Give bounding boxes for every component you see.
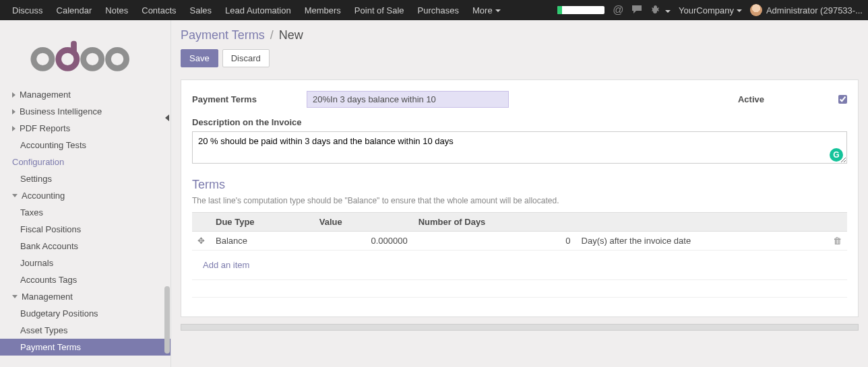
- active-checkbox[interactable]: [838, 95, 847, 104]
- menu-contacts[interactable]: Contacts: [135, 1, 183, 20]
- cell-value[interactable]: 0.000000: [314, 232, 413, 251]
- breadcrumb-current: New: [279, 28, 303, 42]
- sidebar-item-bank-accounts[interactable]: Bank Accounts: [0, 238, 170, 255]
- delete-row-icon[interactable]: 🗑: [833, 236, 842, 246]
- menu-discuss[interactable]: Discuss: [5, 1, 50, 20]
- navbar-right: @ YourCompany Administrator (297533-...: [557, 4, 863, 16]
- payment-terms-label: Payment Terms: [192, 94, 286, 104]
- form-actions: Save Discard: [181, 49, 859, 67]
- sidebar-item-pdf-reports[interactable]: PDF Reports: [0, 120, 170, 137]
- cell-due-type[interactable]: Balance: [210, 232, 314, 251]
- svg-point-3: [84, 50, 102, 68]
- sidebar-menu: Management Business Intelligence PDF Rep…: [0, 86, 170, 356]
- caret-down-icon: [665, 10, 671, 13]
- sidebar-item-payment-terms[interactable]: Payment Terms: [0, 339, 170, 356]
- svg-point-0: [34, 50, 52, 68]
- implementation-progress[interactable]: [557, 6, 604, 14]
- sidebar-item-journals[interactable]: Journals: [0, 255, 170, 271]
- caret-down-icon: [737, 9, 742, 12]
- cell-option[interactable]: Day(s) after the invoice date: [576, 232, 828, 251]
- expand-icon: [12, 92, 16, 98]
- col-value: Value: [314, 213, 413, 232]
- drag-handle-icon[interactable]: ✥: [197, 236, 205, 246]
- menu-notes[interactable]: Notes: [98, 1, 135, 20]
- sidebar-collapse-icon[interactable]: [165, 114, 169, 121]
- menu-more[interactable]: More: [466, 1, 507, 20]
- sidebar-item-accounting[interactable]: Accounting: [0, 187, 170, 204]
- sidebar-item-fiscal-positions[interactable]: Fiscal Positions: [0, 221, 170, 238]
- menu-point-of-sale[interactable]: Point of Sale: [348, 1, 411, 20]
- sidebar-scrollbar[interactable]: [164, 286, 170, 354]
- menu-lead-automation[interactable]: Lead Automation: [218, 1, 298, 20]
- expand-icon: [12, 126, 16, 131]
- sidebar-item-management[interactable]: Management: [0, 86, 170, 103]
- description-label: Description on the Invoice: [192, 117, 847, 127]
- caret-down-icon: [495, 9, 501, 12]
- table-row[interactable]: ✥ Balance 0.000000 0 Day(s) after the in…: [192, 232, 847, 251]
- terms-help-text: The last line's computation type should …: [192, 196, 847, 205]
- breadcrumb: Payment Terms / New: [181, 28, 859, 42]
- user-name: Administrator (297533-...: [766, 5, 863, 15]
- payment-terms-input[interactable]: [307, 91, 509, 108]
- sidebar-item-accounts-tags[interactable]: Accounts Tags: [0, 271, 170, 288]
- col-due-type: Due Type: [210, 213, 314, 232]
- col-num-days: Number of Days: [413, 213, 576, 232]
- add-item-link[interactable]: Add an item: [197, 255, 255, 275]
- odoo-logo-icon: [30, 39, 141, 73]
- sidebar-item-budgetary-positions[interactable]: Budgetary Positions: [0, 305, 170, 322]
- sidebar-item-business-intelligence[interactable]: Business Intelligence: [0, 103, 170, 120]
- menu-sales[interactable]: Sales: [183, 1, 219, 20]
- description-textarea[interactable]: [192, 131, 847, 164]
- form-sheet: Payment Terms Active Description on the …: [181, 79, 859, 317]
- top-navbar: Discuss Calendar Notes Contacts Sales Le…: [0, 0, 868, 20]
- company-switcher[interactable]: YourCompany: [679, 5, 742, 15]
- sidebar-item-settings[interactable]: Settings: [0, 170, 170, 187]
- sidebar-section-configuration: Configuration: [0, 154, 170, 170]
- brand-logo: [0, 20, 170, 86]
- terms-section-title: Terms: [192, 178, 847, 192]
- grammarly-icon[interactable]: G: [830, 148, 843, 162]
- save-button[interactable]: Save: [181, 49, 218, 67]
- collapse-icon: [12, 295, 18, 298]
- breadcrumb-root[interactable]: Payment Terms: [181, 28, 265, 42]
- cell-num-days[interactable]: 0: [413, 232, 576, 251]
- svg-point-4: [108, 50, 126, 68]
- menu-calendar[interactable]: Calendar: [50, 1, 99, 20]
- sidebar: Management Business Intelligence PDF Rep…: [0, 20, 171, 367]
- main-menu: Discuss Calendar Notes Contacts Sales Le…: [5, 1, 507, 20]
- user-menu[interactable]: Administrator (297533-...: [750, 4, 863, 16]
- svg-rect-2: [71, 41, 77, 55]
- discard-button[interactable]: Discard: [222, 49, 270, 67]
- sidebar-item-asset-types[interactable]: Asset Types: [0, 322, 170, 339]
- terms-table: Due Type Value Number of Days ✥ Balance …: [192, 212, 847, 298]
- debug-icon[interactable]: [650, 5, 671, 16]
- active-label: Active: [738, 94, 764, 104]
- status-bar: [181, 324, 859, 331]
- sidebar-item-management-2[interactable]: Management: [0, 288, 170, 305]
- menu-purchases[interactable]: Purchases: [411, 1, 466, 20]
- expand-icon: [12, 109, 16, 114]
- at-mention-icon[interactable]: @: [613, 4, 623, 16]
- sidebar-item-taxes[interactable]: Taxes: [0, 204, 170, 221]
- menu-members[interactable]: Members: [298, 1, 348, 20]
- main-content: Payment Terms / New Save Discard Payment…: [171, 20, 868, 367]
- breadcrumb-separator: /: [270, 28, 274, 42]
- user-avatar: [750, 4, 762, 16]
- sidebar-item-accounting-tests[interactable]: Accounting Tests: [0, 137, 170, 154]
- chat-icon[interactable]: [631, 5, 642, 16]
- collapse-icon: [12, 194, 18, 197]
